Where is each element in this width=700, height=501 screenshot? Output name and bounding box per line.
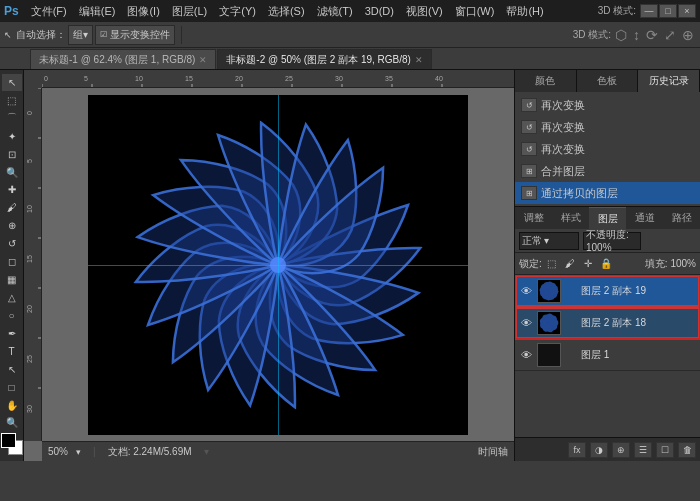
layer-mask-button[interactable]: ◑ xyxy=(590,442,608,458)
blend-mode-dropdown[interactable]: 正常 ▾ xyxy=(519,232,579,250)
menu-select[interactable]: 选择(S) xyxy=(262,0,311,22)
layers-list: 👁 xyxy=(515,275,700,437)
opacity-control[interactable]: 不透明度: 100% xyxy=(583,232,641,250)
tab-channels[interactable]: 通道 xyxy=(626,207,663,229)
tab-1-close[interactable]: ✕ xyxy=(199,55,207,65)
tool-blur[interactable]: △ xyxy=(2,289,22,306)
tool-zoom[interactable]: 🔍 xyxy=(2,415,22,432)
history-item-0[interactable]: ↺ 再次变换 xyxy=(515,94,700,116)
tool-eraser[interactable]: ◻ xyxy=(2,253,22,270)
menu-3d[interactable]: 3D(D) xyxy=(359,0,400,22)
lock-all[interactable]: 🔒 xyxy=(598,257,614,271)
layer-item-1[interactable]: 👁 xyxy=(515,307,700,339)
lock-transparency[interactable]: ⬚ xyxy=(544,257,560,271)
svg-text:10: 10 xyxy=(135,75,143,82)
svg-text:25: 25 xyxy=(26,355,33,363)
tool-clone[interactable]: ⊕ xyxy=(2,217,22,234)
tab-2-close[interactable]: ✕ xyxy=(415,55,423,65)
tool-path-select[interactable]: ↖ xyxy=(2,361,22,378)
fill-label: 填充: 100% xyxy=(645,257,696,271)
tab-1-label: 未标题-1 @ 62.4% (图层 1, RGB/8) xyxy=(39,53,195,67)
tab-paths[interactable]: 路径 xyxy=(663,207,700,229)
tool-healing[interactable]: ✚ xyxy=(2,182,22,199)
maximize-button[interactable]: □ xyxy=(659,4,677,18)
status-sep2: ▾ xyxy=(204,446,209,457)
layer-item-0[interactable]: 👁 xyxy=(515,275,700,307)
tab-document-1[interactable]: 未标题-1 @ 62.4% (图层 1, RGB/8) ✕ xyxy=(30,49,216,69)
canvas-document[interactable] xyxy=(88,95,468,435)
toolbar-separator xyxy=(181,26,182,44)
menu-image[interactable]: 图像(I) xyxy=(121,0,165,22)
tab-layers[interactable]: 图层 xyxy=(589,207,626,229)
tool-type[interactable]: T xyxy=(2,343,22,360)
status-bar: 50% ▾ | 文档: 2.24M/5.69M ▾ 时间轴 xyxy=(42,441,514,461)
tool-history-brush[interactable]: ↺ xyxy=(2,235,22,252)
tab-color[interactable]: 颜色 xyxy=(515,70,577,92)
canvas-wrapper[interactable] xyxy=(42,88,514,441)
tool-gradient[interactable]: ▦ xyxy=(2,271,22,288)
tool-move[interactable]: ↖ xyxy=(2,74,22,91)
show-transform-checkbox[interactable]: ☑ 显示变换控件 xyxy=(95,25,175,45)
tool-brush[interactable]: 🖌 xyxy=(2,199,22,216)
layer-thumb-1 xyxy=(537,311,561,335)
menu-help[interactable]: 帮助(H) xyxy=(500,0,549,22)
layers-section: 调整 样式 图层 通道 路径 正常 ▾ 不透明度: 100% 锁定: ⬚ xyxy=(515,206,700,461)
tool-hand[interactable]: ✋ xyxy=(2,397,22,414)
history-icon-2: ↺ xyxy=(521,142,537,156)
svg-rect-0 xyxy=(42,70,514,88)
tool-dodge[interactable]: ○ xyxy=(2,307,22,324)
horizontal-ruler: 0 5 10 15 20 25 30 35 40 xyxy=(42,70,514,88)
menu-view[interactable]: 视图(V) xyxy=(400,0,449,22)
auto-select-dropdown[interactable]: 组 ▾ xyxy=(68,25,93,45)
layer-fx-button[interactable]: fx xyxy=(568,442,586,458)
tool-shape[interactable]: □ xyxy=(2,379,22,396)
layer-thumb-2 xyxy=(537,343,561,367)
menu-window[interactable]: 窗口(W) xyxy=(449,0,501,22)
layer-eye-1[interactable]: 👁 xyxy=(519,316,533,330)
menu-layer[interactable]: 图层(L) xyxy=(166,0,213,22)
layer-eye-0[interactable]: 👁 xyxy=(519,284,533,298)
history-item-2[interactable]: ↺ 再次变换 xyxy=(515,138,700,160)
layer-adjustment-button[interactable]: ⊕ xyxy=(612,442,630,458)
layer-new-button[interactable]: ☐ xyxy=(656,442,674,458)
layer-chain-2 xyxy=(565,349,577,361)
history-item-3[interactable]: ⊞ 合并图层 xyxy=(515,160,700,182)
tool-lasso[interactable]: ⌒ xyxy=(2,110,22,127)
history-label-3: 合并图层 xyxy=(541,164,585,179)
layer-delete-button[interactable]: 🗑 xyxy=(678,442,696,458)
menu-filter[interactable]: 滤镜(T) xyxy=(311,0,359,22)
tool-crop[interactable]: ⊡ xyxy=(2,146,22,163)
layer-item-2[interactable]: 👁 图层 1 xyxy=(515,339,700,371)
minimize-button[interactable]: — xyxy=(640,4,658,18)
tool-eyedropper[interactable]: 🔍 xyxy=(2,164,22,181)
window-controls: — □ × xyxy=(640,4,696,18)
history-item-1[interactable]: ↺ 再次变换 xyxy=(515,116,700,138)
tab-styles[interactable]: 样式 xyxy=(552,207,589,229)
tool-quick-select[interactable]: ✦ xyxy=(2,128,22,145)
tab-swatches[interactable]: 色板 xyxy=(577,70,639,92)
foreground-color-swatch[interactable] xyxy=(1,433,16,448)
3d-mode-label: 3D 模式: xyxy=(573,28,611,42)
menu-text[interactable]: 文字(Y) xyxy=(213,0,262,22)
layer-eye-2[interactable]: 👁 xyxy=(519,348,533,362)
checkbox-icon: ☑ xyxy=(100,30,107,39)
document-info: 文档: 2.24M/5.69M xyxy=(108,445,192,459)
history-item-4[interactable]: ⊞ 通过拷贝的图层 xyxy=(515,182,700,204)
tool-pen[interactable]: ✒ xyxy=(2,325,22,342)
color-swatches xyxy=(1,433,23,457)
zoom-level: 50% xyxy=(48,446,68,457)
menu-file[interactable]: 文件(F) xyxy=(25,0,73,22)
tool-marquee-rect[interactable]: ⬚ xyxy=(2,92,22,109)
auto-select-label: 自动选择： xyxy=(16,28,66,42)
canvas-area[interactable]: 0 5 10 15 20 25 30 35 40 xyxy=(24,70,514,461)
layer-group-button[interactable]: ☰ xyxy=(634,442,652,458)
dropdown-arrow: ▾ xyxy=(83,29,88,40)
close-button[interactable]: × xyxy=(678,4,696,18)
lock-position[interactable]: ✛ xyxy=(580,257,596,271)
3d-icon-3: ⟳ xyxy=(646,27,658,43)
tab-adjustments[interactable]: 调整 xyxy=(515,207,552,229)
menu-edit[interactable]: 编辑(E) xyxy=(73,0,122,22)
tab-history[interactable]: 历史记录 xyxy=(638,70,700,92)
lock-image[interactable]: 🖌 xyxy=(562,257,578,271)
tab-document-2[interactable]: 非标题-2 @ 50% (图层 2 副本 19, RGB/8) ✕ xyxy=(217,49,432,69)
